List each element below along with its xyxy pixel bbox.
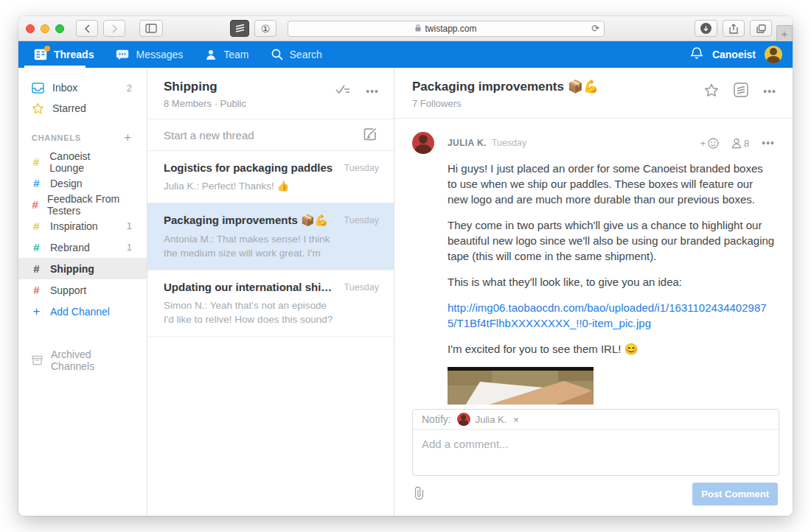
message-paragraph: Hi guys! I just placed an order for some… (448, 161, 775, 207)
paperclip-icon (414, 486, 425, 500)
todoist-extension-button[interactable] (230, 20, 249, 37)
thread-list: Logistics for packaging paddles Tuesday … (147, 151, 394, 516)
notification-dot (44, 46, 50, 52)
hash-icon: # (32, 262, 41, 275)
message-link[interactable]: http://img06.taobaocdn.com/bao/uploaded/… (448, 300, 775, 331)
mark-all-read-button[interactable] (335, 84, 351, 98)
threads-icon (34, 49, 47, 60)
thread-item-logistics[interactable]: Logistics for packaging paddles Tuesday … (147, 151, 394, 203)
sidebar-channel-shipping[interactable]: # Shipping (18, 258, 147, 279)
sidebar-channel-feedback-from-testers[interactable]: # Feedback From Testers (18, 194, 147, 215)
toolbar-right (695, 20, 785, 37)
inbox-count: 2 (127, 83, 132, 94)
message-more-button[interactable]: ••• (762, 138, 775, 148)
tab-label: Team (223, 49, 248, 60)
tab-label: Threads (54, 49, 94, 60)
author-name: JULIA K. (448, 138, 487, 148)
back-button[interactable] (76, 20, 98, 37)
zoom-window-button[interactable] (55, 24, 64, 33)
chip-avatar (457, 413, 470, 426)
channel-header: Shipping 8 Members · Public ••• (147, 68, 394, 119)
todoist-box-icon (734, 83, 748, 97)
notify-chip-julia[interactable]: Julia K. × (457, 413, 519, 426)
tab-search[interactable]: Search (260, 41, 333, 68)
message-paragraph: They come in two parts which'll give us … (448, 217, 775, 264)
refresh-button[interactable]: ⟳ (591, 23, 599, 34)
message-paragraph: This is what they'll look like, to give … (448, 274, 775, 290)
user-avatar[interactable] (765, 46, 782, 63)
hash-icon: # (32, 241, 41, 253)
post-comment-button[interactable]: Post Comment (692, 483, 778, 505)
channels-header-label: CHANNELS (32, 133, 81, 142)
browser-toolbar: ① twistapp.com ⟳ + (18, 16, 793, 41)
sidebar-toggle-button[interactable] (139, 20, 163, 37)
bell-icon (690, 46, 703, 60)
smiley-icon (708, 138, 719, 149)
thread-item-international-shipping[interactable]: Updating our international shipping p...… (147, 270, 394, 337)
star-outline-icon (704, 83, 719, 97)
add-reaction-button[interactable]: + (700, 138, 719, 149)
downloads-button[interactable] (695, 20, 717, 37)
window-controls (26, 24, 64, 33)
search-icon (271, 49, 283, 60)
tab-team[interactable]: Team (194, 41, 260, 68)
tabs-icon (756, 24, 766, 33)
attach-file-button[interactable] (414, 486, 425, 503)
starred-label: Starred (52, 102, 86, 114)
sidebar-icon (145, 24, 157, 33)
add-channel-label: Add Channel (50, 306, 110, 318)
thread-item-packaging-improvements[interactable]: Packaging improvements 📦💪 Tuesday Antoni… (147, 203, 394, 270)
channels-section-header: CHANNELS + (18, 130, 147, 145)
comment-input[interactable]: Add a comment... (413, 430, 779, 475)
channel-more-button[interactable]: ••• (366, 86, 379, 97)
channel-subtitle: 8 Members · Public (164, 98, 377, 109)
message-area: JULIA K. Tuesday + 8 ••• (394, 119, 793, 405)
message-header: JULIA K. Tuesday + 8 ••• (412, 132, 775, 154)
minimize-window-button[interactable] (41, 24, 49, 33)
compose-button[interactable] (363, 127, 377, 143)
address-bar[interactable]: twistapp.com ⟳ (288, 21, 605, 37)
new-tab-button[interactable]: + (776, 25, 793, 41)
box-photo[interactable] (448, 367, 594, 405)
hash-icon: # (32, 155, 41, 168)
chevron-left-icon (84, 24, 91, 33)
star-thread-button[interactable] (704, 83, 719, 100)
inbox-icon (32, 83, 44, 94)
close-window-button[interactable] (26, 24, 35, 33)
new-thread-input[interactable]: Start a new thread (147, 119, 394, 151)
channel-label: Rebrand (50, 242, 90, 253)
sidebar-channel-canoeist-lounge[interactable]: # Canoeist Lounge (18, 151, 147, 172)
remove-notify-icon[interactable]: × (513, 414, 519, 425)
sidebar-channel-rebrand[interactable]: # Rebrand 1 (18, 237, 147, 258)
message-actions: + 8 ••• (700, 138, 775, 149)
forward-button[interactable] (103, 20, 125, 37)
sidebar-channel-design[interactable]: # Design (18, 172, 147, 194)
team-name[interactable]: Canoeist (712, 49, 756, 60)
thread-header: Packaging improvements 📦💪 7 Followers ••… (394, 68, 793, 119)
password-extension-button[interactable]: ① (254, 20, 276, 37)
thread-more-button[interactable]: ••• (763, 86, 776, 97)
keyhole-icon: ① (261, 23, 271, 35)
notifications-bell-button[interactable] (690, 46, 703, 63)
tab-messages[interactable]: Messages (105, 41, 194, 68)
seen-by-button[interactable]: 8 (731, 138, 749, 149)
hash-icon: # (32, 220, 41, 232)
tab-label: Messages (136, 49, 183, 60)
sidebar-channel-inspiration[interactable]: # Inspiration 1 (18, 215, 147, 237)
add-channel-icon-button[interactable]: + (124, 130, 132, 145)
channel-label: Shipping (50, 263, 94, 275)
lock-icon (415, 24, 421, 34)
todoist-icon (235, 24, 245, 33)
share-button[interactable] (723, 20, 745, 37)
tab-threads[interactable]: Threads (23, 41, 105, 68)
archived-channels-button[interactable]: Archived Channels (18, 350, 147, 371)
sidebar-channel-support[interactable]: # Support (18, 279, 147, 301)
add-channel-button[interactable]: + Add Channel (18, 301, 147, 322)
tab-overview-button[interactable] (750, 20, 772, 37)
sidebar-item-starred[interactable]: Starred (18, 98, 147, 119)
add-to-todoist-button[interactable] (734, 83, 748, 100)
inbox-label: Inbox (52, 82, 77, 94)
app-header: Threads Messages Team Search Canoeist (18, 41, 793, 68)
url-text: twistapp.com (425, 24, 476, 34)
sidebar-item-inbox[interactable]: Inbox 2 (18, 77, 147, 98)
